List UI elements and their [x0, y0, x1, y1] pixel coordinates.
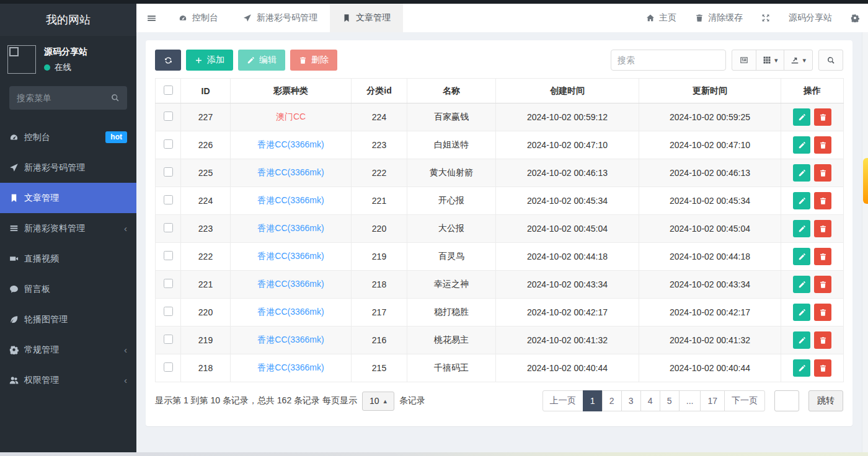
sidebar-item[interactable]: 轮播图管理 [0, 304, 136, 335]
row-edit-button[interactable] [793, 359, 810, 377]
page-number-button[interactable]: 4 [640, 390, 660, 411]
row-delete-button[interactable] [814, 304, 831, 321]
category-link[interactable]: 香港CC(3366mk) [257, 335, 324, 344]
menu-search-input[interactable] [9, 86, 127, 110]
page-number-button[interactable]: 2 [602, 390, 622, 411]
user-menu[interactable]: 源码分享站 [789, 12, 832, 24]
nav-tab[interactable]: 控制台 [166, 4, 231, 32]
table-row[interactable]: 219香港CC(3366mk)216桃花易主2024-10-02 00:41:3… [156, 327, 844, 354]
table-row[interactable]: 224香港CC(3366mk)221开心报2024-10-02 00:45:34… [156, 187, 844, 215]
category-link[interactable]: 香港CC(3366mk) [257, 251, 324, 261]
add-button[interactable]: 添加 [186, 50, 233, 71]
column-header[interactable]: 分类id [352, 79, 407, 103]
row-checkbox[interactable] [164, 251, 173, 260]
sidebar-item[interactable]: 直播视频 [0, 243, 136, 274]
table-row[interactable]: 223香港CC(3366mk)220大公报2024-10-02 00:45:04… [156, 215, 844, 243]
sidebar-toggle-button[interactable] [136, 4, 166, 32]
row-edit-button[interactable] [793, 192, 810, 209]
row-edit-button[interactable] [793, 331, 810, 349]
table-row[interactable]: 220香港CC(3366mk)217稳打稳胜2024-10-02 00:42:1… [156, 299, 844, 327]
page-ellipsis[interactable]: ... [679, 390, 701, 411]
table-row[interactable]: 226香港CC(3366mk)223白姐送特2024-10-02 00:47:1… [156, 131, 844, 159]
home-link[interactable]: 主页 [646, 12, 676, 24]
page-size-dropdown[interactable]: 10 ▴ [362, 392, 394, 411]
search-toggle-button[interactable] [818, 50, 843, 71]
row-delete-button[interactable] [814, 331, 831, 349]
table-row[interactable]: 221香港CC(3366mk)218幸运之神2024-10-02 00:43:3… [156, 271, 844, 299]
clear-cache-link[interactable]: 清除缓存 [695, 12, 743, 24]
row-checkbox[interactable] [164, 195, 173, 204]
row-delete-button[interactable] [814, 248, 831, 265]
fullscreen-toggle[interactable] [761, 14, 770, 22]
page-number-button[interactable]: 17 [700, 390, 725, 411]
sidebar-item[interactable]: 权限管理‹ [0, 365, 136, 395]
nav-tab[interactable]: 新港彩号码管理 [231, 4, 330, 32]
row-delete-button[interactable] [814, 192, 831, 209]
table-row[interactable]: 222香港CC(3366mk)219百灵鸟2024-10-02 00:44:18… [156, 243, 844, 271]
table-row[interactable]: 225香港CC(3366mk)222黄大仙射箭2024-10-02 00:46:… [156, 159, 844, 187]
category-link[interactable]: 澳门CC [276, 112, 306, 121]
column-header[interactable]: ID [181, 79, 231, 103]
page-number-button[interactable]: 3 [621, 390, 641, 411]
column-header[interactable]: 更新时间 [639, 79, 781, 103]
table-row[interactable]: 227澳门CC224百家赢钱2024-10-02 00:59:122024-10… [156, 103, 844, 131]
select-all-checkbox[interactable] [164, 86, 173, 95]
delete-button-disabled[interactable]: 删除 [290, 50, 337, 71]
columns-dropdown-button[interactable]: ▾ [756, 50, 785, 71]
sidebar-item[interactable]: 文章管理 [0, 183, 136, 213]
floating-widget-handle[interactable] [863, 158, 868, 204]
nav-tab[interactable]: 文章管理 [330, 4, 403, 32]
row-edit-button[interactable] [793, 304, 810, 321]
prev-page-button[interactable]: 上一页 [542, 390, 583, 411]
row-edit-button[interactable] [793, 108, 810, 126]
row-edit-button[interactable] [793, 276, 810, 293]
table-search-input[interactable] [611, 50, 726, 71]
row-delete-button[interactable] [814, 359, 831, 377]
page-jump-input[interactable] [774, 390, 799, 411]
export-dropdown-button[interactable]: ▾ [784, 50, 813, 71]
sidebar-item[interactable]: 常规管理‹ [0, 335, 136, 365]
row-checkbox[interactable] [164, 223, 173, 232]
horizontal-scrollbar[interactable] [0, 452, 868, 456]
table-row[interactable]: 218香港CC(3366mk)215千禧码王2024-10-02 00:40:4… [156, 354, 844, 382]
category-link[interactable]: 香港CC(3366mk) [257, 362, 324, 372]
row-edit-button[interactable] [793, 136, 810, 154]
category-link[interactable]: 香港CC(3366mk) [257, 223, 324, 233]
row-checkbox[interactable] [164, 362, 173, 372]
pagination-toggle-button[interactable] [732, 50, 756, 71]
column-header[interactable]: 创建时间 [496, 79, 639, 103]
row-delete-button[interactable] [814, 164, 831, 182]
row-edit-button[interactable] [793, 220, 810, 237]
category-link[interactable]: 香港CC(3366mk) [257, 279, 324, 289]
row-checkbox[interactable] [164, 139, 173, 149]
sidebar-item[interactable]: 新港彩资料管理‹ [0, 213, 136, 243]
column-header[interactable]: 彩票种类 [231, 79, 352, 103]
settings-menu[interactable] [851, 14, 859, 22]
row-checkbox[interactable] [164, 307, 173, 316]
column-header[interactable]: 名称 [407, 79, 496, 103]
row-delete-button[interactable] [814, 220, 831, 237]
row-checkbox[interactable] [164, 112, 173, 121]
vertical-scrollbar[interactable] [862, 32, 868, 452]
page-number-button[interactable]: 1 [583, 390, 603, 411]
row-checkbox[interactable] [164, 167, 173, 177]
category-link[interactable]: 香港CC(3366mk) [257, 167, 324, 177]
column-header[interactable]: 操作 [781, 79, 844, 103]
row-checkbox[interactable] [164, 279, 173, 288]
sidebar-item[interactable]: 新港彩号码管理 [0, 152, 136, 183]
page-jump-button[interactable]: 跳转 [808, 390, 843, 411]
refresh-button[interactable] [155, 50, 181, 71]
page-number-button[interactable]: 5 [660, 390, 680, 411]
row-delete-button[interactable] [814, 276, 831, 293]
row-edit-button[interactable] [793, 164, 810, 182]
next-page-button[interactable]: 下一页 [724, 390, 765, 411]
category-link[interactable]: 香港CC(3366mk) [257, 139, 324, 149]
sidebar-item[interactable]: 控制台hot [0, 122, 136, 152]
row-delete-button[interactable] [814, 136, 831, 154]
edit-button-disabled[interactable]: 编辑 [238, 50, 285, 71]
row-edit-button[interactable] [793, 248, 810, 265]
row-delete-button[interactable] [814, 108, 831, 126]
category-link[interactable]: 香港CC(3366mk) [257, 195, 324, 205]
category-link[interactable]: 香港CC(3366mk) [257, 307, 324, 317]
sidebar-item[interactable]: 留言板 [0, 274, 136, 304]
